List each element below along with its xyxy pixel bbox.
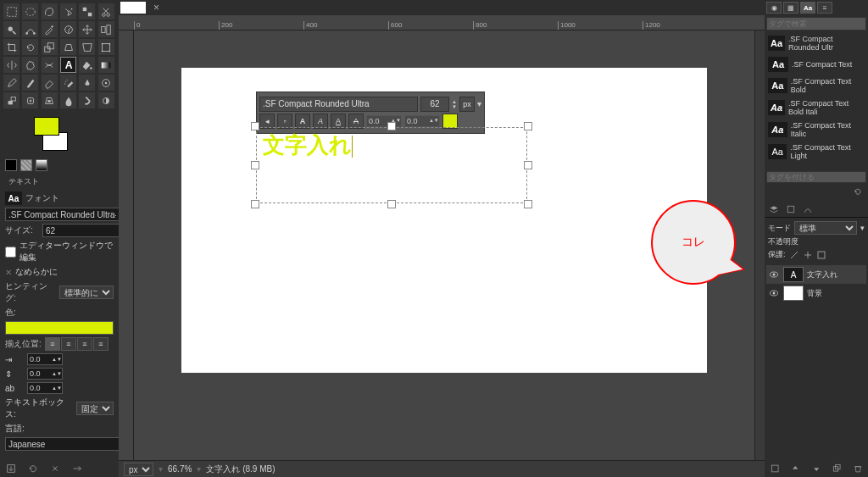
tool-crop[interactable] bbox=[3, 39, 19, 55]
tool-gradient[interactable] bbox=[98, 57, 114, 73]
layer-visibility-icon[interactable] bbox=[768, 269, 780, 280]
handle-tm[interactable] bbox=[387, 122, 396, 130]
lock-position-icon[interactable] bbox=[803, 250, 813, 260]
font-name-input[interactable] bbox=[5, 208, 119, 221]
font-list-item[interactable]: Aa.SF Compact Text Bold Itali bbox=[766, 97, 866, 119]
tool-color-picker[interactable] bbox=[42, 21, 58, 37]
paths-tab-icon[interactable] bbox=[800, 203, 815, 215]
letter-spacing-input[interactable] bbox=[28, 384, 52, 392]
tool-foreground[interactable] bbox=[3, 21, 19, 37]
line-spacing-input[interactable] bbox=[28, 369, 52, 378]
restore-options-icon[interactable] bbox=[27, 463, 39, 474]
delete-layer-icon[interactable] bbox=[853, 463, 863, 474]
layers-tab-icon[interactable] bbox=[766, 203, 782, 215]
fg-color-swatch[interactable] bbox=[34, 117, 59, 136]
justify-center-button[interactable]: ≡ bbox=[77, 337, 92, 351]
tool-ink[interactable] bbox=[79, 75, 95, 91]
blend-mode-select[interactable]: 標準 bbox=[794, 221, 857, 235]
canvas-text-content[interactable]: 文字入れ bbox=[263, 130, 353, 160]
tool-clone[interactable] bbox=[3, 92, 19, 108]
status-unit-select[interactable]: px bbox=[124, 463, 153, 476]
scrollbar-vertical[interactable] bbox=[754, 31, 765, 460]
font-list-item[interactable]: Aa.SF Compact Text Light bbox=[766, 141, 866, 163]
tool-align[interactable] bbox=[98, 21, 114, 37]
tool-perspective[interactable] bbox=[79, 39, 95, 55]
overlay-size-input[interactable] bbox=[420, 97, 449, 112]
tool-scale[interactable] bbox=[42, 39, 58, 55]
handle-bm[interactable] bbox=[387, 200, 396, 208]
text-color-swatch[interactable] bbox=[5, 321, 114, 335]
raise-layer-icon[interactable] bbox=[790, 463, 800, 474]
tool-shear[interactable] bbox=[60, 39, 76, 55]
swatch-black[interactable] bbox=[5, 159, 17, 171]
dock-patterns-icon[interactable]: ▦ bbox=[783, 2, 798, 14]
lock-alpha-icon[interactable] bbox=[816, 250, 826, 260]
tool-flip[interactable] bbox=[3, 57, 19, 73]
language-input[interactable] bbox=[5, 437, 119, 451]
tool-paths[interactable] bbox=[22, 21, 38, 37]
tool-bucket[interactable] bbox=[79, 57, 95, 73]
tool-eraser[interactable] bbox=[42, 75, 58, 91]
handle-mr[interactable] bbox=[524, 161, 532, 169]
tool-text[interactable]: A bbox=[60, 57, 76, 73]
tool-warp[interactable] bbox=[42, 57, 58, 73]
tool-scissors[interactable] bbox=[98, 3, 114, 19]
refresh-fonts-icon[interactable] bbox=[853, 186, 863, 197]
textbox-mode-select[interactable]: 固定 bbox=[76, 402, 114, 415]
document-tab[interactable]: × bbox=[120, 2, 146, 14]
font-tag-input[interactable] bbox=[766, 171, 866, 183]
status-zoom[interactable]: 66.7% bbox=[168, 464, 192, 474]
font-list-item[interactable]: Aa.SF Compact Text bbox=[766, 54, 866, 75]
tool-ellipse-select[interactable] bbox=[22, 3, 38, 19]
tool-measure[interactable] bbox=[60, 21, 76, 37]
font-list-item[interactable]: Aa.SF Compact Text Italic bbox=[766, 119, 866, 141]
dock-brushes-icon[interactable]: ◉ bbox=[766, 2, 782, 14]
editor-window-checkbox[interactable] bbox=[5, 247, 16, 258]
swatch-pattern[interactable] bbox=[20, 159, 32, 171]
handle-bl[interactable] bbox=[251, 200, 259, 208]
size-input[interactable] bbox=[42, 224, 119, 237]
handle-tr[interactable] bbox=[524, 122, 532, 130]
hinting-select[interactable]: 標準的に bbox=[59, 286, 114, 299]
tool-airbrush[interactable] bbox=[60, 75, 76, 91]
tool-blur[interactable] bbox=[60, 92, 76, 108]
dock-history-icon[interactable]: ≡ bbox=[817, 2, 832, 14]
duplicate-layer-icon[interactable] bbox=[832, 463, 842, 474]
save-options-icon[interactable] bbox=[5, 463, 17, 474]
tool-unified-transform[interactable] bbox=[98, 39, 114, 55]
justify-fill-button[interactable]: ≡ bbox=[93, 337, 108, 351]
dock-fonts-icon[interactable]: Aa bbox=[800, 2, 815, 14]
tool-perspective-clone[interactable] bbox=[42, 92, 58, 108]
layer-visibility-icon[interactable] bbox=[768, 287, 780, 299]
tool-free-select[interactable] bbox=[42, 3, 58, 19]
channels-tab-icon[interactable] bbox=[783, 203, 798, 215]
handle-tl[interactable] bbox=[251, 122, 259, 130]
reset-options-icon[interactable] bbox=[71, 463, 83, 474]
swatch-gradient[interactable] bbox=[36, 159, 47, 171]
tool-fuzzy-select[interactable] bbox=[60, 3, 76, 19]
lower-layer-icon[interactable] bbox=[811, 463, 821, 474]
tool-move[interactable] bbox=[79, 21, 95, 37]
overlay-font-input[interactable] bbox=[259, 97, 418, 112]
font-search-input[interactable] bbox=[766, 17, 866, 31]
delete-options-icon[interactable] bbox=[49, 463, 61, 474]
close-tab-icon[interactable]: × bbox=[153, 2, 159, 14]
tool-cage[interactable] bbox=[22, 57, 38, 73]
layer-item[interactable]: 背景 bbox=[766, 284, 866, 302]
justify-right-button[interactable]: ≡ bbox=[61, 337, 76, 351]
tool-pencil[interactable] bbox=[3, 75, 19, 91]
handle-ml[interactable] bbox=[251, 161, 259, 169]
tool-heal[interactable] bbox=[22, 92, 38, 108]
indent-input[interactable] bbox=[28, 355, 52, 363]
font-list-item[interactable]: Aa.SF Compact Rounded Ultr bbox=[766, 32, 866, 54]
tool-rect-select[interactable] bbox=[3, 3, 19, 19]
tool-dodge[interactable] bbox=[98, 92, 114, 108]
canvas[interactable]: ▲▼ px ▾ ◂ ▫ A A A A ▲▼ ▲▼ bbox=[181, 68, 707, 373]
lock-pixels-icon[interactable] bbox=[789, 250, 799, 260]
tool-by-color[interactable] bbox=[79, 3, 95, 19]
layer-item[interactable]: A 文字入れ bbox=[766, 265, 866, 284]
tool-mypaint[interactable] bbox=[98, 75, 114, 91]
text-bounding-box[interactable]: 文字入れ bbox=[256, 127, 527, 203]
tool-rotate[interactable] bbox=[22, 39, 38, 55]
overlay-unit[interactable]: px bbox=[459, 97, 475, 112]
